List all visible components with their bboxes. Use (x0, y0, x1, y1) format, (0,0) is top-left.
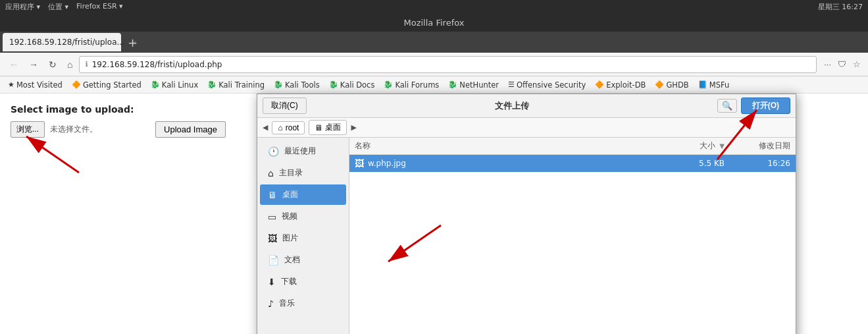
lock-icon: ℹ (85, 60, 88, 69)
bookmark-label: GHDB (666, 80, 688, 90)
bookmark-kali-tools[interactable]: 🐉 Kali Tools (270, 79, 324, 91)
bookmarks-bar: ★ Most Visited 🔶 Getting Started 🐉 Kali … (0, 76, 868, 94)
sidebar-recent[interactable]: 🕐 最近使用 (260, 141, 346, 161)
recent-icon: 🕐 (268, 146, 279, 157)
sidebar-documents[interactable]: 📄 文档 (260, 250, 346, 270)
forward-button[interactable]: → (25, 57, 42, 72)
upload-button[interactable]: Upload Image (155, 121, 226, 138)
main-area: Select image to upload: 浏览... 未选择文件。 Upl… (0, 94, 868, 334)
taskbar-left: 应用程序 ▾ 位置 ▾ Firefox ESR ▾ (5, 2, 123, 12)
nethunter-icon: 🐉 (448, 80, 457, 89)
back-button[interactable]: ← (5, 57, 22, 72)
bookmark-label: Getting Started (83, 80, 141, 90)
file-dialog: 取消(C) 文件上传 🔍 打开(O) ◀ ⌂ root 🖥 桌面 ▶ (257, 94, 796, 334)
browser-tab[interactable]: 192.168.59.128/fristi/uploa... × (3, 33, 121, 51)
filelist-header: 名称 大小 ▼ 修改日期 (349, 138, 796, 155)
taskbar-places[interactable]: 位置 ▾ (48, 2, 68, 12)
dialog-toolbar: 取消(C) 文件上传 🔍 打开(O) (257, 94, 796, 118)
file-row[interactable]: 🖼 w.php.jpg 5.5 KB 16:26 (349, 155, 796, 173)
bookmark-kali-forums[interactable]: 🐉 Kali Forums (380, 79, 443, 91)
bookmark-label: NetHunter (459, 80, 499, 90)
sidebar-downloads-label: 下载 (281, 276, 297, 287)
sidebar-recent-label: 最近使用 (284, 146, 316, 157)
file-name: w.php.jpg (368, 159, 672, 168)
bookmark-ghdb[interactable]: 🔶 GHDB (651, 79, 692, 91)
sidebar-music-label: 音乐 (279, 298, 295, 309)
documents-icon: 📄 (268, 255, 279, 265)
sidebar-pictures[interactable]: 🖼 图片 (260, 228, 346, 248)
taskbar-firefox[interactable]: Firefox ESR ▾ (76, 2, 123, 12)
shield-button[interactable]: 🛡 (836, 57, 848, 71)
video-icon: ▭ (268, 211, 276, 222)
sidebar-video-label: 视频 (282, 211, 297, 222)
pictures-icon: 🖼 (268, 233, 277, 244)
bookmark-kali-linux[interactable]: 🐉 Kali Linux (147, 79, 202, 91)
sidebar-home[interactable]: ⌂ 主目录 (260, 163, 346, 183)
dialog-body: 🕐 最近使用 ⌂ 主目录 🖥 桌面 ▭ 视频 🖼 图片 (257, 138, 796, 334)
bookmark-offensive-security[interactable]: ☰ Offensive Security (504, 79, 590, 91)
sidebar-documents-label: 文档 (284, 254, 300, 265)
file-size: 5.5 KB (672, 159, 725, 168)
sidebar-pictures-label: 图片 (282, 233, 298, 244)
bookmark-getting-started[interactable]: 🔶 Getting Started (68, 79, 145, 91)
title-text: Mozilla Firefox (404, 18, 465, 28)
bookmark-label: Kali Forums (395, 80, 439, 90)
bookmark-label: Kali Linux (162, 80, 198, 90)
new-tab-button[interactable]: + (124, 36, 141, 49)
browse-button[interactable]: 浏览... (11, 121, 45, 138)
bookmark-label: Most Visited (16, 80, 63, 90)
bookmark-nethunter[interactable]: 🐉 NetHunter (444, 79, 503, 91)
kali-icon: 🐉 (151, 80, 160, 89)
col-size-header: 大小 ▼ (672, 140, 725, 152)
kali-tools-icon: 🐉 (274, 80, 283, 89)
sort-arrow: ▼ (719, 142, 725, 150)
reload-button[interactable]: ↻ (45, 57, 61, 72)
kali-docs-icon: 🐉 (329, 80, 338, 89)
tab-title: 192.168.59.128/fristi/uploa... (9, 38, 124, 47)
bookmark-button[interactable]: ☆ (851, 57, 863, 71)
bookmark-label: Kali Tools (285, 80, 320, 90)
dialog-search-button[interactable]: 🔍 (717, 99, 737, 113)
col-date-header: 修改日期 (725, 140, 790, 152)
dialog-cancel-button[interactable]: 取消(C) (263, 97, 307, 114)
sidebar-desktop-label: 桌面 (282, 189, 298, 200)
path-desktop-button[interactable]: 🖥 桌面 (309, 120, 347, 135)
bookmark-label: Kali Training (218, 80, 265, 90)
path-left-arrow[interactable]: ◀ (263, 123, 268, 132)
sidebar-music[interactable]: ♪ 音乐 (260, 293, 346, 314)
titlebar: Mozilla Firefox (0, 13, 868, 32)
path-root-button[interactable]: ⌂ root (272, 121, 305, 134)
bookmark-exploit-db[interactable]: 🔶 Exploit-DB (591, 79, 650, 91)
desktop-dir-icon: 🖥 (268, 190, 277, 200)
bookmark-msfu[interactable]: 📘 MSFu (694, 79, 734, 91)
dialog-open-button[interactable]: 打开(O) (741, 97, 790, 114)
home-icon: ⌂ (278, 123, 282, 132)
bookmark-most-visited[interactable]: ★ Most Visited (4, 79, 66, 91)
bookmark-kali-training[interactable]: 🐉 Kali Training (203, 79, 268, 91)
sidebar-video[interactable]: ▭ 视频 (260, 206, 346, 227)
sidebar-home-label: 主目录 (279, 167, 303, 179)
tab-bar: 192.168.59.128/fristi/uploa... × + (0, 32, 868, 53)
taskbar-time: 星期三 16:27 (818, 2, 863, 12)
menu-button[interactable]: ··· (822, 57, 833, 71)
top-taskbar: 应用程序 ▾ 位置 ▾ Firefox ESR ▾ 星期三 16:27 (0, 0, 868, 13)
path-right-arrow[interactable]: ▶ (351, 123, 356, 132)
offensive-security-icon: ☰ (508, 80, 515, 89)
bookmark-kali-docs[interactable]: 🐉 Kali Docs (325, 79, 379, 91)
file-date: 16:26 (725, 159, 790, 168)
bookmark-label: MSFu (709, 80, 730, 90)
bookmark-label: Kali Docs (340, 80, 375, 90)
bookmark-label: Exploit-DB (606, 80, 646, 90)
msfu-icon: 📘 (698, 80, 707, 89)
home-button[interactable]: ⌂ (63, 57, 76, 72)
sidebar-downloads[interactable]: ⬇ 下载 (260, 271, 346, 292)
bookmark-label: Offensive Security (517, 80, 586, 90)
sidebar-desktop[interactable]: 🖥 桌面 (260, 184, 346, 205)
dialog-sidebar: 🕐 最近使用 ⌂ 主目录 🖥 桌面 ▭ 视频 🖼 图片 (257, 138, 349, 334)
taskbar-apps[interactable]: 应用程序 ▾ (5, 2, 40, 12)
url-bar[interactable]: ℹ 192.168.59.128/fristi/upload.php (79, 56, 817, 73)
downloads-icon: ⬇ (268, 277, 276, 287)
dialog-title: 文件上传 (495, 100, 529, 112)
nav-extra-buttons: ··· 🛡 ☆ (822, 57, 863, 71)
ghdb-icon: 🔶 (655, 80, 664, 89)
